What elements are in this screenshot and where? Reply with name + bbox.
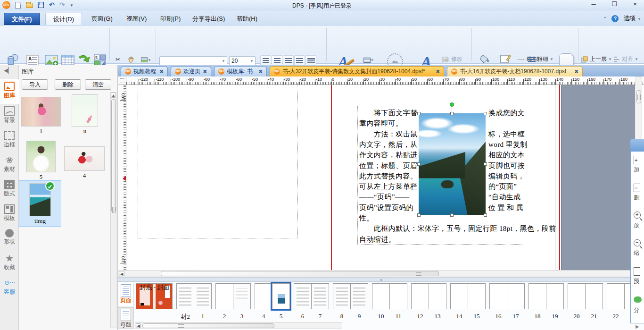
page-thumbnail-4[interactable] bbox=[255, 283, 272, 309]
close-button[interactable]: × bbox=[628, 0, 642, 9]
page-thumbnail-21[interactable] bbox=[585, 283, 603, 309]
page-thumbnail-6[interactable] bbox=[294, 283, 312, 309]
tab-close-icon[interactable]: ✖ bbox=[575, 69, 578, 74]
delete-button[interactable]: 删除 bbox=[55, 79, 81, 90]
sidebar-item-layout[interactable]: 版式 bbox=[0, 178, 19, 202]
page-thumbnail-封2[interactable] bbox=[176, 283, 194, 309]
minimize-button[interactable]: ─ bbox=[586, 0, 601, 9]
selection-handle[interactable] bbox=[484, 162, 487, 166]
sidebar-item-gallery[interactable]: 图库 bbox=[0, 79, 19, 104]
doc-tab-3[interactable]: DPS模板库: 书✖ bbox=[214, 66, 267, 76]
page-thumbnail-3[interactable] bbox=[233, 283, 251, 309]
collapse-ribbon-icon[interactable]: ⌃ bbox=[603, 16, 607, 21]
page-thumbnail-19[interactable] bbox=[546, 283, 564, 309]
import-button[interactable]: 导入 bbox=[22, 79, 48, 90]
sidebar-item-shape[interactable]: 形状 bbox=[0, 227, 19, 251]
masters-tab[interactable]: 母版 bbox=[118, 307, 134, 329]
expand-arrow-icon[interactable]: ▶ bbox=[636, 324, 639, 329]
selected-image[interactable] bbox=[419, 113, 486, 215]
gallery-scroll-up-icon[interactable]: ▲ bbox=[111, 93, 116, 98]
page-thumbnail-17[interactable] bbox=[507, 283, 525, 309]
selection-handle[interactable] bbox=[450, 213, 454, 217]
delete-page-button[interactable]: 删 bbox=[634, 184, 644, 202]
menu-item-2[interactable]: 设计(D) bbox=[45, 13, 82, 25]
sidebar-item-support[interactable]: ⊙⋯客服 bbox=[0, 276, 19, 300]
zoom-in-button[interactable]: 放 bbox=[634, 212, 644, 229]
menu-item-7[interactable]: 帮助(H) bbox=[229, 13, 265, 25]
gallery-item-u[interactable] bbox=[72, 94, 98, 127]
canvas-scroll-left-icon[interactable]: ◀ bbox=[119, 271, 124, 276]
page-thumbnail-9[interactable] bbox=[350, 283, 368, 309]
help-icon[interactable]: ? bbox=[611, 15, 619, 22]
share-button[interactable]: 分 bbox=[634, 295, 644, 314]
selection-handle[interactable] bbox=[417, 112, 421, 115]
page-thumbnail-2[interactable] bbox=[215, 283, 233, 309]
page-thumbnail-15[interactable] bbox=[468, 283, 486, 309]
sidebar-item-clipart[interactable]: ❀素材 bbox=[0, 153, 19, 178]
pages-scrollbar[interactable]: ◀ bbox=[135, 322, 342, 329]
canvas-v-scrollbar-thumb[interactable] bbox=[636, 90, 641, 103]
menu-item-6[interactable]: 分享导出(S) bbox=[185, 13, 232, 25]
gallery-item-1[interactable] bbox=[21, 97, 61, 127]
menu-item-5[interactable]: 印刷(P) bbox=[153, 13, 188, 25]
tab-close-icon[interactable]: ✖ bbox=[160, 69, 164, 74]
gallery-scrollbar-thumb[interactable] bbox=[111, 99, 116, 212]
selection-handle[interactable] bbox=[484, 213, 487, 217]
gallery-item-5[interactable] bbox=[26, 141, 56, 172]
doc-tab-1[interactable]: DPS视频教程✖ bbox=[121, 66, 168, 76]
tab-close-icon[interactable]: ✖ bbox=[259, 69, 263, 74]
selection-handle[interactable] bbox=[484, 112, 487, 115]
canvas[interactable]: -120-110-100-90-80-70-60-50-40-30-20-100… bbox=[118, 76, 644, 279]
menu-item-1[interactable]: 文件(F) bbox=[4, 13, 40, 25]
pages-tab[interactable]: 页面 bbox=[118, 283, 134, 306]
page-thumbnail-18[interactable] bbox=[528, 283, 546, 309]
arrange1-0[interactable]: 上一层▼ bbox=[581, 55, 612, 63]
canvas-h-scrollbar-thumb[interactable] bbox=[161, 271, 439, 276]
tab-close-icon[interactable]: ✖ bbox=[436, 69, 440, 74]
picture-tool-icon[interactable]: ▼ bbox=[139, 54, 153, 65]
maximize-button[interactable]: ☐ bbox=[607, 0, 621, 9]
sidebar-item-template[interactable]: 模板 bbox=[0, 202, 19, 227]
line-opt-0[interactable]: 粗细▼ bbox=[528, 55, 553, 63]
gallery-scrollbar[interactable]: ▲ bbox=[110, 92, 116, 328]
page-thumbnail-11[interactable] bbox=[389, 283, 407, 309]
sidebar-item-favorites[interactable]: ★收藏 bbox=[0, 251, 19, 276]
selection-handle[interactable] bbox=[417, 162, 421, 166]
cut-icon[interactable]: ✂ bbox=[113, 54, 123, 65]
page-thumbnail-14[interactable] bbox=[450, 283, 468, 309]
doc-tab-5[interactable]: DPS书-大16开软皮平装-文档190628-1007.dpsf✖ bbox=[447, 66, 583, 76]
page-thumbnail-10[interactable] bbox=[372, 283, 390, 309]
page-thumbnail-7[interactable] bbox=[311, 283, 329, 309]
sidebar-item-background[interactable]: 背景 bbox=[0, 104, 19, 128]
preview-button[interactable]: 预 bbox=[634, 267, 644, 285]
doc-tab-4[interactable]: DPS书-大32开软皮平装-诗集散文文集封面190628-1004.dpsf*✖ bbox=[270, 66, 444, 76]
selection-handle[interactable] bbox=[450, 112, 454, 115]
gallery-item-4[interactable] bbox=[64, 146, 105, 171]
page-thumbnail-13[interactable] bbox=[429, 283, 446, 309]
pages-scroll-left-icon[interactable]: ◀ bbox=[136, 323, 141, 328]
pages-scrollbar-thumb[interactable] bbox=[142, 323, 274, 328]
panel-splitter[interactable]: ▼ bbox=[118, 277, 644, 282]
menu-item-4[interactable]: 视图(V) bbox=[119, 13, 154, 25]
menu-item-3[interactable]: 页面(G) bbox=[84, 13, 120, 25]
page-thumbnail-5[interactable] bbox=[272, 283, 290, 309]
tab-close-icon[interactable]: ✖ bbox=[203, 69, 207, 74]
options-button[interactable]: 选项 ▼ bbox=[623, 14, 641, 23]
rotation-handle[interactable] bbox=[450, 102, 454, 107]
doc-tab-2[interactable]: DPS欢迎页✖ bbox=[171, 66, 211, 76]
page-thumbnail-16[interactable] bbox=[489, 283, 507, 309]
quick-tools-header[interactable] bbox=[630, 139, 644, 152]
page-thumbnail-12[interactable] bbox=[411, 283, 429, 309]
collapse-panel-icon[interactable]: ◀▏ bbox=[4, 67, 12, 74]
page-thumbnail-8[interactable] bbox=[333, 283, 351, 309]
text-wrap-icon[interactable]: ▼ bbox=[361, 54, 376, 65]
page-thumbnail-20[interactable] bbox=[568, 283, 586, 309]
page-thumbnail-22[interactable] bbox=[607, 283, 625, 309]
canvas-h-scrollbar[interactable]: ◀ ▶ bbox=[118, 270, 644, 277]
add-page-button[interactable]: 加 bbox=[634, 156, 644, 174]
left-page-text-frame[interactable] bbox=[138, 83, 298, 238]
selection-handle[interactable] bbox=[417, 213, 421, 217]
clear-button[interactable]: 清空 bbox=[85, 79, 111, 90]
zoom-out-button[interactable]: 缩 bbox=[634, 239, 644, 257]
page-thumbnail-1[interactable] bbox=[194, 283, 212, 309]
